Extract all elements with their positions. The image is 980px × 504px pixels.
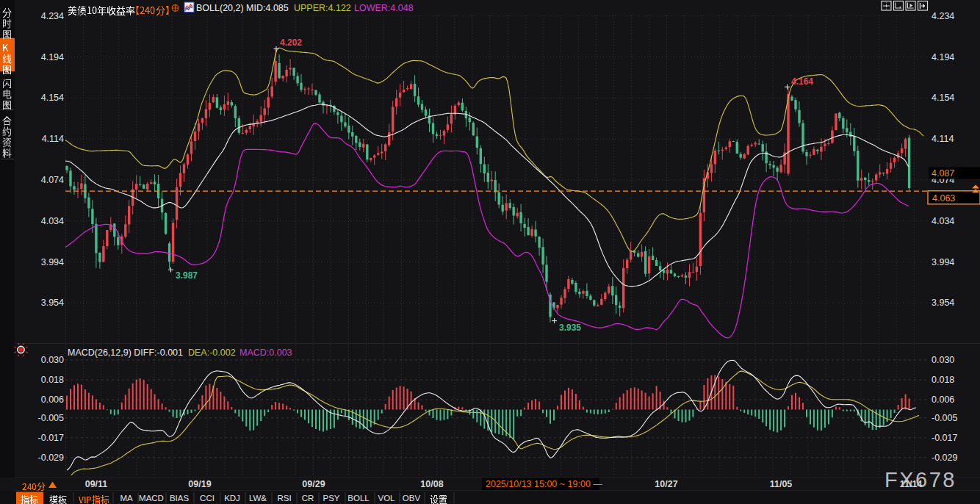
svg-text:MACD(26,12,9) DIFF:-0.001: MACD(26,12,9) DIFF:-0.001 bbox=[68, 348, 183, 358]
svg-text:3.954: 3.954 bbox=[932, 298, 954, 308]
svg-text:KDJ: KDJ bbox=[224, 494, 240, 503]
svg-text:0.030: 0.030 bbox=[932, 355, 954, 365]
svg-text:-0.029: -0.029 bbox=[932, 453, 957, 463]
svg-text:4.194: 4.194 bbox=[932, 52, 954, 62]
svg-text:4.114: 4.114 bbox=[932, 134, 954, 144]
svg-text:-0.017: -0.017 bbox=[38, 433, 64, 443]
svg-text:4.154: 4.154 bbox=[932, 93, 954, 103]
svg-text:MACD: MACD bbox=[139, 494, 164, 503]
svg-text:CR: CR bbox=[302, 494, 314, 503]
svg-text:3.994: 3.994 bbox=[932, 257, 954, 267]
svg-text:10/27: 10/27 bbox=[655, 479, 677, 489]
svg-text:3.935: 3.935 bbox=[559, 323, 581, 333]
svg-text:-0.029: -0.029 bbox=[38, 453, 64, 463]
svg-text:DEA:-0.002: DEA:-0.002 bbox=[188, 348, 236, 358]
svg-text:-0.017: -0.017 bbox=[932, 433, 957, 443]
svg-text:4.234: 4.234 bbox=[932, 11, 954, 21]
svg-text:0.006: 0.006 bbox=[932, 395, 954, 405]
svg-text:4.034: 4.034 bbox=[41, 216, 64, 226]
svg-text:3.987: 3.987 bbox=[176, 270, 198, 281]
svg-text:4.234: 4.234 bbox=[41, 11, 64, 21]
svg-text:4.087: 4.087 bbox=[932, 168, 954, 179]
svg-text:CCI: CCI bbox=[200, 494, 215, 503]
svg-text:MA: MA bbox=[120, 494, 133, 503]
svg-text:4.154: 4.154 bbox=[41, 93, 64, 103]
svg-text:UPPER:4.122: UPPER:4.122 bbox=[294, 3, 351, 13]
svg-text:4.164: 4.164 bbox=[791, 76, 813, 87]
svg-text:4.063: 4.063 bbox=[932, 193, 955, 204]
svg-text:11/05: 11/05 bbox=[770, 479, 793, 489]
svg-text:BOLL(20,2) MID:4.085: BOLL(20,2) MID:4.085 bbox=[196, 3, 289, 13]
svg-text:LW&: LW& bbox=[249, 494, 267, 503]
svg-text:OBV: OBV bbox=[403, 494, 421, 503]
svg-text:PSY: PSY bbox=[323, 494, 339, 503]
svg-text:BOLL: BOLL bbox=[347, 494, 370, 503]
svg-text:-0.005: -0.005 bbox=[932, 413, 957, 423]
svg-text:4.194: 4.194 bbox=[41, 52, 64, 62]
svg-text:4.114: 4.114 bbox=[42, 134, 64, 144]
svg-text:09/19: 09/19 bbox=[188, 479, 211, 489]
svg-text:4.202: 4.202 bbox=[280, 37, 302, 48]
svg-text:LOWER:4.048: LOWER:4.048 bbox=[354, 3, 414, 13]
svg-text:0.006: 0.006 bbox=[41, 395, 64, 405]
svg-text:3.994: 3.994 bbox=[41, 257, 64, 267]
svg-text:2025/10/13 15:00 ~ 19:00 —: 2025/10/13 15:00 ~ 19:00 — bbox=[486, 479, 602, 489]
svg-text:09/11: 09/11 bbox=[85, 479, 108, 489]
svg-text:MACD:0.003: MACD:0.003 bbox=[239, 348, 292, 358]
svg-text:VOL: VOL bbox=[378, 494, 395, 503]
svg-text:3.954: 3.954 bbox=[41, 298, 64, 308]
svg-text:-0.005: -0.005 bbox=[38, 413, 64, 423]
svg-text:09/29: 09/29 bbox=[302, 479, 325, 489]
svg-text:4.034: 4.034 bbox=[932, 216, 954, 226]
svg-text:10/08: 10/08 bbox=[420, 479, 443, 489]
svg-text:4.074: 4.074 bbox=[41, 175, 64, 185]
svg-text:BIAS: BIAS bbox=[170, 494, 190, 503]
svg-text:0.018: 0.018 bbox=[41, 375, 64, 385]
svg-text:RSI: RSI bbox=[277, 494, 291, 503]
svg-text:FX678: FX678 bbox=[884, 468, 956, 492]
svg-text:0.018: 0.018 bbox=[932, 375, 954, 385]
svg-text:0.030: 0.030 bbox=[41, 355, 64, 365]
